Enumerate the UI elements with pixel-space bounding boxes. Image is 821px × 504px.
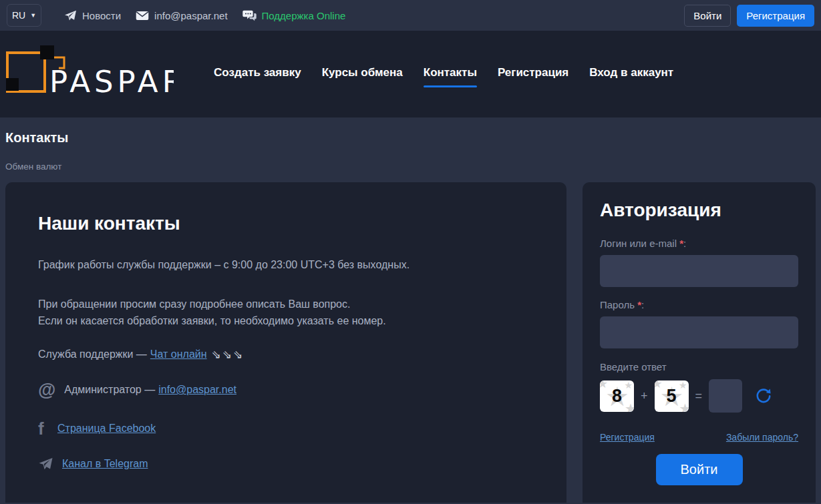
star-decoration: ★ xyxy=(679,381,687,390)
login-submit-button[interactable]: Войти xyxy=(656,454,743,485)
captcha-digit-2: 5 xyxy=(667,386,677,407)
news-link[interactable]: Новости xyxy=(64,10,121,21)
note-line-1: При обращении просим сразу подробнее опи… xyxy=(38,298,350,310)
chevron-down-icon: ▼ xyxy=(30,12,36,19)
language-value: RU xyxy=(12,10,25,21)
equals-sign: = xyxy=(695,389,703,403)
password-label: Пароль *: xyxy=(600,299,798,310)
auth-card: Авторизация Логин или e-mail *: Пароль *… xyxy=(583,182,816,503)
captcha-label: Введите ответ xyxy=(600,361,798,372)
admin-email-link[interactable]: info@paspar.net xyxy=(158,384,236,396)
forgot-password-link[interactable]: Забыли пароль? xyxy=(726,432,798,443)
email-label: info@paspar.net xyxy=(154,10,227,21)
site-header: PASPAR Создать заявку Курсы обмена Конта… xyxy=(0,31,821,117)
star-decoration: ★ xyxy=(655,381,663,390)
captcha-digit-1: 8 xyxy=(612,386,622,407)
password-input[interactable] xyxy=(600,316,798,348)
nav-contacts[interactable]: Контакты xyxy=(424,66,477,82)
admin-email-row: @ Администратор — info@paspar.net xyxy=(38,380,540,401)
login-input[interactable] xyxy=(600,255,798,287)
svg-text:PASPAR: PASPAR xyxy=(49,64,174,99)
captcha-row: ★ ★ ★ ★ 8 + ★ ★ ★ ★ 5 = xyxy=(600,379,798,413)
captcha-digit-image-1: ★ ★ ★ ★ 8 xyxy=(600,381,634,412)
captcha-digit-image-2: ★ ★ ★ ★ 5 xyxy=(655,381,689,412)
star-decoration: ★ xyxy=(600,381,608,390)
star-decoration: ★ xyxy=(624,381,633,390)
logo-icon: PASPAR xyxy=(5,44,174,101)
envelope-icon xyxy=(136,11,149,21)
topbar-register-button[interactable]: Регистрация xyxy=(737,5,814,27)
star-decoration: ★ xyxy=(625,402,634,412)
auth-heading: Авторизация xyxy=(600,200,798,221)
arrows-decoration: ⇘⇘⇘ xyxy=(212,348,244,362)
nav-exchange-rates[interactable]: Курсы обмена xyxy=(322,66,403,82)
nav-registration[interactable]: Регистрация xyxy=(498,66,568,82)
register-link[interactable]: Регистрация xyxy=(600,432,655,443)
support-online-label: Поддержка Online xyxy=(262,10,346,21)
email-link[interactable]: info@paspar.net xyxy=(136,10,227,21)
auth-links-row: Регистрация Забыли пароль? xyxy=(600,432,798,443)
support-schedule-text: График работы службы поддержки – с 9:00 … xyxy=(38,256,540,274)
telegram-row: Канал в Telegram xyxy=(38,457,540,471)
page-title: Контакты xyxy=(5,130,816,146)
topbar-login-button[interactable]: Войти xyxy=(684,5,731,27)
login-label: Логин или e-mail *: xyxy=(600,238,798,249)
contacts-card: Наши контакты График работы службы подде… xyxy=(5,182,566,503)
telegram-icon xyxy=(38,457,53,471)
breadcrumb[interactable]: Обмен валют xyxy=(5,162,816,172)
main-nav: Создать заявку Курсы обмена Контакты Рег… xyxy=(214,66,673,82)
note-line-2: Если он касается обработки заявки, то не… xyxy=(38,315,386,326)
plus-operator: + xyxy=(641,389,648,403)
top-bar: RU ▼ Новости info@paspar.net Поддержка O… xyxy=(0,0,821,31)
page-head: Контакты Обмен валют xyxy=(0,117,821,182)
paper-plane-icon xyxy=(64,10,77,21)
contacts-heading: Наши контакты xyxy=(38,213,540,234)
request-note-text: При обращении просим сразу подробнее опи… xyxy=(38,296,540,330)
captcha-answer-input[interactable] xyxy=(709,379,742,413)
nav-account-login[interactable]: Вход в аккаунт xyxy=(589,66,673,82)
news-label: Новости xyxy=(82,10,121,21)
refresh-captcha-icon[interactable] xyxy=(754,387,773,405)
facebook-icon: f xyxy=(38,419,49,439)
facebook-row: f Страница Facebook xyxy=(38,419,540,439)
telegram-link[interactable]: Канал в Telegram xyxy=(62,458,148,470)
language-selector[interactable]: RU ▼ xyxy=(7,4,41,27)
facebook-link[interactable]: Страница Facebook xyxy=(57,423,156,435)
support-chat-row: Служба поддержки — Чат онлайн ⇘⇘⇘ xyxy=(38,348,540,362)
support-chat-prefix: Служба поддержки — xyxy=(38,348,147,360)
nav-create-request[interactable]: Создать заявку xyxy=(214,66,301,82)
paspar-logo[interactable]: PASPAR xyxy=(5,44,174,104)
online-chat-link[interactable]: Чат онлайн xyxy=(150,348,207,360)
admin-prefix: Администратор — xyxy=(64,384,155,396)
support-online-link[interactable]: Поддержка Online xyxy=(242,10,346,21)
star-decoration: ★ xyxy=(679,402,689,412)
content-area: Наши контакты График работы службы подде… xyxy=(0,182,821,503)
submit-wrap: Войти xyxy=(600,454,798,485)
chat-bubbles-icon xyxy=(242,10,257,21)
at-sign-icon: @ xyxy=(38,380,55,401)
